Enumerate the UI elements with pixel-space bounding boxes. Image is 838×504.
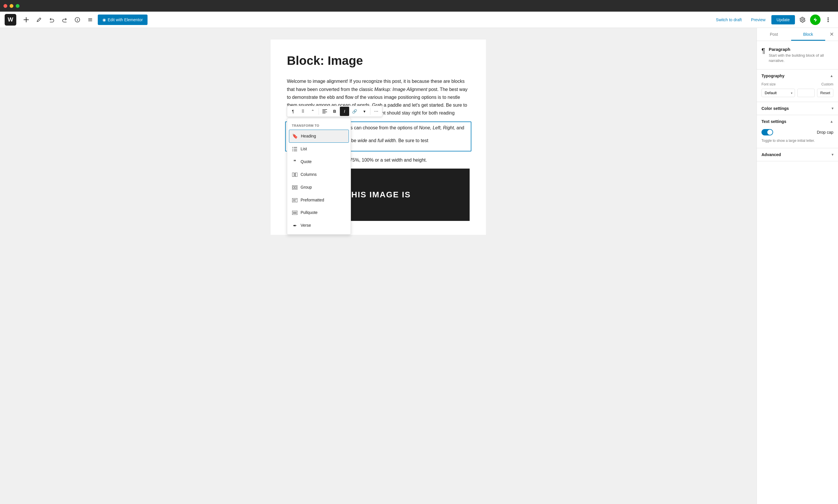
undo-button[interactable] [47, 15, 57, 25]
switch-draft-button[interactable]: Switch to draft [712, 16, 745, 24]
block-description: Start with the building block of all nar… [769, 53, 833, 64]
svg-rect-4 [292, 147, 293, 148]
redo-button[interactable] [59, 15, 70, 25]
svg-rect-13 [292, 211, 297, 215]
reset-font-size-button[interactable]: Reset [817, 89, 833, 97]
more-options-button[interactable] [823, 15, 833, 25]
move-up-down-button[interactable]: ⌃ [308, 107, 318, 116]
text-settings-chevron-icon: ▲ [830, 120, 833, 124]
svg-point-2 [827, 19, 829, 20]
tab-post[interactable]: Post [757, 28, 791, 41]
maximize-dot[interactable] [16, 4, 19, 8]
paragraph-block-icon: ¶ [762, 47, 765, 55]
columns-icon [292, 172, 298, 178]
font-size-custom-label: Custom [821, 82, 833, 86]
paragraph-type-button[interactable]: ¶ [288, 107, 298, 116]
group-icon [292, 184, 298, 191]
heading-icon: 🔖 [292, 133, 298, 139]
title-bar [0, 0, 838, 12]
list-icon [292, 146, 298, 152]
text-settings-section-content: Drop cap Toggle to show a large initial … [757, 128, 838, 148]
sidebar-tabs: Post Block ✕ [757, 28, 838, 41]
svg-rect-5 [292, 149, 293, 149]
italic-button[interactable]: I [340, 107, 349, 116]
tab-block[interactable]: Block [791, 28, 825, 41]
close-dot[interactable] [3, 4, 7, 8]
transform-label: TRANSFORM TO [287, 121, 350, 130]
typography-chevron-icon: ▲ [830, 74, 833, 78]
edit-mode-button[interactable] [34, 15, 44, 25]
post-body: Welcome to image alignment! If you recog… [287, 77, 469, 164]
transform-item-columns[interactable]: Columns [287, 168, 350, 181]
info-button[interactable] [72, 15, 83, 25]
performance-button[interactable] [810, 15, 821, 25]
transform-item-quote-label: Quote [301, 158, 312, 165]
transform-item-list-label: List [301, 146, 307, 152]
transform-item-group-label: Group [301, 184, 312, 191]
typography-section: Typography ▲ Font size Custom Default Sm… [757, 70, 838, 102]
transform-item-list[interactable]: List [287, 143, 350, 156]
more-rich-text-button[interactable]: ▾ [360, 107, 369, 116]
transform-dropdown: TRANSFORM TO 🔖 Heading List " Quote [287, 118, 351, 235]
svg-rect-7 [292, 173, 294, 177]
quote-icon: " [292, 159, 298, 165]
color-settings-chevron-icon: ▾ [832, 106, 833, 110]
advanced-chevron-icon: ▾ [832, 152, 833, 157]
transform-item-heading-label: Heading [301, 133, 316, 140]
post-title[interactable]: Block: Image [287, 53, 469, 68]
typography-section-header[interactable]: Typography ▲ [757, 70, 838, 82]
minimize-dot[interactable] [10, 4, 13, 8]
edit-elementor-button[interactable]: ◉ Edit with Elementor [98, 15, 148, 25]
right-sidebar: Post Block ✕ ¶ Paragraph Start with the … [756, 28, 838, 504]
advanced-section-header[interactable]: Advanced ▾ [757, 148, 838, 161]
add-block-button[interactable] [21, 15, 31, 25]
block-toolbar: ¶ ⠿ ⌃ B I 🔗 ▾ ⋯ [287, 106, 382, 117]
transform-item-pullquote[interactable]: Pullquote [287, 206, 350, 219]
svg-rect-8 [295, 173, 297, 177]
transform-item-preformatted[interactable]: Preformatted [287, 194, 350, 206]
block-options-button[interactable]: ⋯ [372, 107, 381, 116]
transform-item-verse[interactable]: ✒ Verse [287, 219, 350, 232]
close-sidebar-button[interactable]: ✕ [825, 28, 838, 41]
update-button[interactable]: Update [771, 15, 795, 24]
typography-section-content: Font size Custom Default Small Medium La… [757, 82, 838, 102]
text-settings-section-header[interactable]: Text settings ▲ [757, 115, 838, 128]
transform-item-columns-label: Columns [301, 171, 317, 178]
svg-point-3 [827, 21, 829, 22]
transform-item-preformatted-label: Preformatted [301, 197, 324, 204]
transform-item-group[interactable]: Group [287, 181, 350, 194]
list-view-button[interactable] [85, 15, 96, 25]
toolbar-right: Switch to draft Preview Update [712, 15, 833, 25]
top-toolbar: W ◉ Edit with Elementor Switch to draft … [0, 12, 838, 28]
toolbar-divider [319, 108, 319, 115]
verse-icon: ✒ [292, 223, 298, 229]
toolbar-divider-2 [370, 108, 371, 115]
align-button[interactable] [320, 107, 329, 116]
drag-handle-button[interactable]: ⠿ [298, 107, 308, 116]
settings-button[interactable] [797, 15, 808, 25]
advanced-label: Advanced [762, 152, 781, 157]
bold-button[interactable]: B [330, 107, 339, 116]
preformatted-icon [292, 197, 298, 203]
font-size-select[interactable]: Default Small Medium Large X-Large [762, 89, 795, 97]
drop-cap-description: Toggle to show a large initial letter. [762, 138, 833, 143]
preview-button[interactable]: Preview [748, 16, 769, 24]
text-settings-label: Text settings [762, 119, 786, 124]
drop-cap-toggle[interactable] [762, 129, 773, 136]
drop-cap-label: Drop cap [817, 130, 833, 134]
font-size-input[interactable] [797, 89, 815, 97]
color-settings-section: Color settings ▾ [757, 102, 838, 115]
color-settings-label: Color settings [762, 106, 789, 111]
svg-rect-10 [293, 186, 294, 188]
transform-item-verse-label: Verse [301, 222, 311, 229]
color-settings-section-header[interactable]: Color settings ▾ [757, 102, 838, 115]
wp-logo: W [5, 14, 16, 25]
transform-item-quote[interactable]: " Quote [287, 156, 350, 168]
block-info-text: Paragraph Start with the building block … [769, 47, 833, 64]
pullquote-icon [292, 210, 298, 216]
main-layout: Block: Image Welcome to image alignment!… [0, 28, 838, 504]
transform-item-heading[interactable]: 🔖 Heading [289, 130, 349, 143]
block-name: Paragraph [769, 47, 833, 52]
link-button[interactable]: 🔗 [350, 107, 359, 116]
svg-rect-11 [295, 186, 296, 188]
